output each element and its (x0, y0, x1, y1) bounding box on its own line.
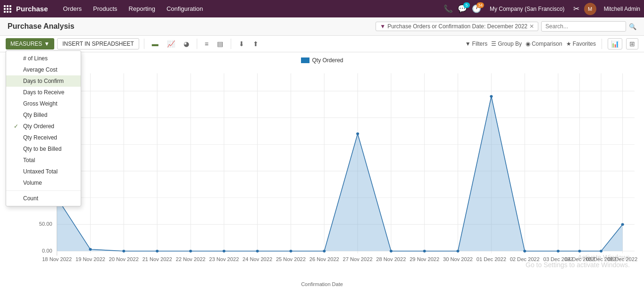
x-axis-label: Confirmation Date (301, 281, 343, 287)
top-navigation: Purchase Orders Products Reporting Confi… (0, 0, 644, 17)
line-chart-button[interactable]: 📈 (164, 39, 178, 49)
page-title: Purchase Analysis (8, 22, 75, 31)
svg-text:06 Dec 2022: 06 Dec 2022 (608, 256, 637, 262)
svg-text:20 Nov 2022: 20 Nov 2022 (109, 256, 139, 262)
svg-text:18 Nov 2022: 18 Nov 2022 (42, 256, 72, 262)
stacked-chart-button[interactable]: ≡ (202, 39, 211, 49)
chart-inner: .grid-line { stroke: #e8e8e8; stroke-wid… (28, 69, 639, 273)
app-grid-icon[interactable] (4, 5, 11, 13)
svg-text:01 Dec 2022: 01 Dec 2022 (477, 256, 506, 262)
menu-item-days-receive[interactable]: Days to Receive (6, 87, 81, 98)
menu-item-total-label: Total (23, 157, 35, 164)
svg-point-35 (122, 250, 125, 253)
menu-item-qty-billed[interactable]: Qty Billed (6, 109, 81, 121)
menu-item-qty-billed-label: Qty Billed (23, 112, 47, 118)
svg-text:0.00: 0.00 (42, 248, 52, 254)
filter-bar: ▼ Purchase Orders or Confirmation Date: … (376, 21, 636, 32)
measures-button[interactable]: MEASURES ▼ (6, 38, 54, 49)
legend-label: Qty Ordered (312, 57, 343, 64)
group-by-label: Group By (498, 41, 522, 47)
search-input[interactable] (541, 21, 626, 32)
chat-icon[interactable]: 💬 5 (458, 4, 467, 13)
group-by-button[interactable]: ☰ Group By (491, 41, 522, 47)
svg-text:26 Nov 2022: 26 Nov 2022 (309, 256, 339, 262)
right-toolbar: ▼ Filters ☰ Group By ◉ Comparison ★ Favo… (465, 38, 638, 49)
svg-text:30 Nov 2022: 30 Nov 2022 (443, 256, 473, 262)
menu-item-volume[interactable]: Volume (6, 177, 81, 188)
favorites-label: Favorites (573, 41, 596, 47)
svg-text:23 Nov 2022: 23 Nov 2022 (209, 256, 239, 262)
menu-item-qty-ordered-label: Qty Ordered (23, 123, 54, 130)
menu-item-qty-to-bill-label: Qty to be Billed (23, 146, 61, 152)
svg-point-36 (156, 250, 159, 253)
nav-products[interactable]: Products (87, 0, 123, 17)
menu-item-days-receive-label: Days to Receive (23, 89, 64, 96)
svg-text:19 Nov 2022: 19 Nov 2022 (75, 256, 105, 262)
menu-item-untaxed-total-label: Untaxed Total (23, 168, 58, 175)
svg-text:02 Dec 2022: 02 Dec 2022 (510, 256, 540, 262)
comparison-label: Comparison (532, 41, 562, 47)
asc-sort-button[interactable]: ⬇ (236, 39, 247, 49)
phone-icon[interactable]: 📞 (443, 4, 453, 13)
clock-badge: 34 (477, 2, 484, 8)
insert-spreadsheet-button[interactable]: INSERT IN SPREADSHEET (57, 38, 139, 49)
menu-item-count-label: Count (23, 195, 38, 202)
menu-item-count[interactable]: Count (6, 193, 81, 204)
menu-item-days-confirm-label: Days to Confirm (23, 78, 64, 84)
nav-configuration[interactable]: Configuration (161, 0, 209, 17)
favorites-button[interactable]: ★ Favorites (566, 41, 596, 47)
filter-tag-text: Purchase Orders or Confirmation Date: De… (387, 23, 527, 30)
svg-text:22 Nov 2022: 22 Nov 2022 (176, 256, 205, 262)
menu-divider (6, 190, 81, 191)
menu-item-qty-received-label: Qty Received (23, 134, 57, 141)
comparison-button[interactable]: ◉ Comparison (526, 41, 562, 47)
measures-label: MEASURES (10, 41, 42, 47)
table-view-button[interactable]: ⊞ (626, 38, 638, 49)
svg-point-45 (457, 250, 460, 253)
menu-item-volume-label: Volume (23, 180, 42, 186)
menu-item-avg-cost[interactable]: Average Cost (6, 64, 81, 75)
menu-item-lines[interactable]: # of Lines (6, 53, 81, 64)
search-icon[interactable]: 🔍 (629, 23, 636, 30)
legend-swatch (301, 57, 309, 63)
menu-item-gross-weight[interactable]: Gross Weight (6, 98, 81, 109)
svg-point-37 (189, 250, 192, 253)
menu-item-qty-ordered[interactable]: ✓ Qty Ordered (6, 121, 81, 132)
bar-chart-button[interactable]: ▬ (149, 39, 161, 49)
clock-icon[interactable]: 🕐 34 (472, 4, 481, 13)
page-title-bar: Purchase Analysis ▼ Purchase Orders or C… (0, 17, 644, 36)
menu-item-avg-cost-label: Average Cost (23, 66, 58, 73)
separator-1 (144, 39, 144, 49)
graph-view-button[interactable]: 📊 (608, 38, 622, 49)
svg-point-46 (490, 95, 493, 98)
desc-sort-button[interactable]: ⬆ (250, 39, 261, 49)
svg-text:50.00: 50.00 (39, 221, 52, 227)
menu-item-qty-to-bill[interactable]: Qty to be Billed (6, 143, 81, 155)
menu-item-qty-received[interactable]: Qty Received (6, 132, 81, 143)
pie-chart-button[interactable]: ◕ (181, 39, 192, 49)
svg-point-50 (600, 250, 602, 253)
nav-orders[interactable]: Orders (58, 0, 88, 17)
nav-reporting[interactable]: Reporting (123, 0, 161, 17)
separator-2 (197, 39, 197, 49)
svg-text:29 Nov 2022: 29 Nov 2022 (410, 256, 439, 262)
menu-item-lines-label: # of Lines (23, 55, 48, 62)
svg-point-40 (289, 250, 292, 253)
svg-point-42 (356, 132, 359, 135)
menu-item-untaxed-total[interactable]: Untaxed Total (6, 166, 81, 177)
company-name: My Company (San Francisco) (490, 6, 565, 12)
svg-point-44 (423, 250, 426, 253)
column-chart-button[interactable]: ▤ (214, 39, 226, 49)
tools-icon[interactable]: ✂ (573, 4, 579, 13)
filters-button[interactable]: ▼ Filters (465, 41, 488, 47)
menu-item-days-confirm[interactable]: Days to Confirm (6, 75, 81, 87)
group-by-icon: ☰ (491, 41, 496, 47)
menu-item-total[interactable]: Total (6, 155, 81, 166)
svg-point-48 (557, 250, 560, 253)
menu-item-gross-weight-label: Gross Weight (23, 100, 57, 107)
app-name[interactable]: Purchase (16, 5, 48, 13)
filter-close-icon[interactable]: ✕ (529, 23, 534, 30)
chart-svg: .grid-line { stroke: #e8e8e8; stroke-wid… (28, 69, 639, 273)
filter-tag[interactable]: ▼ Purchase Orders or Confirmation Date: … (376, 22, 538, 31)
svg-text:24 Nov 2022: 24 Nov 2022 (243, 256, 272, 262)
